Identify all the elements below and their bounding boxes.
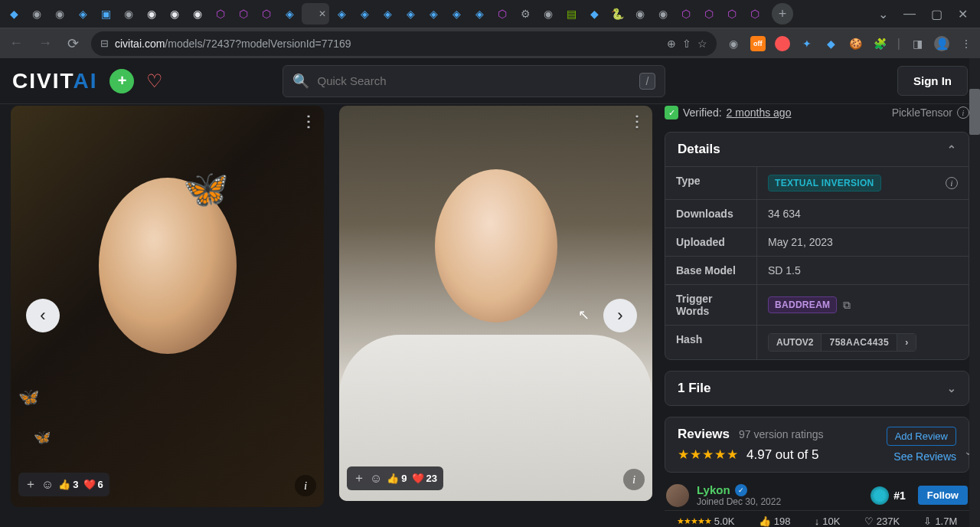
verified-time[interactable]: 2 months ago [727, 106, 792, 119]
tab[interactable]: ◆ [3, 3, 24, 25]
tab[interactable]: ⬡ [675, 3, 697, 25]
tab[interactable]: ◉ [652, 3, 674, 25]
extensions-menu-icon[interactable]: 🧩 [873, 36, 888, 51]
add-reaction-icon[interactable]: ＋ [24, 476, 37, 493]
files-header[interactable]: 1 File ⌄ [665, 372, 969, 405]
tab[interactable]: ◉ [118, 3, 139, 25]
tab[interactable]: ⚙ [514, 3, 536, 25]
share-icon[interactable]: ⇧ [682, 38, 691, 50]
create-button[interactable]: + [109, 69, 134, 93]
bookmark-icon[interactable]: ☆ [697, 38, 707, 50]
search-box[interactable]: 🔍 / [283, 65, 665, 97]
forward-button[interactable]: → [35, 32, 55, 54]
close-tab-icon[interactable]: ✕ [318, 8, 326, 19]
tab[interactable]: ▣ [95, 3, 116, 25]
ext-icon[interactable]: off [750, 36, 766, 51]
reactions-bar: ＋ ☺ 👍 9 ❤️ 23 [347, 466, 443, 490]
follow-button[interactable]: Follow [918, 486, 968, 505]
back-button[interactable]: ← [6, 32, 26, 54]
new-tab-button[interactable]: + [772, 3, 793, 25]
image-info-icon[interactable]: i [295, 475, 316, 496]
see-reviews-link[interactable]: See Reviews [893, 450, 956, 463]
ext-icon[interactable]: 🍪 [848, 36, 864, 51]
tab[interactable]: ⬡ [721, 3, 743, 25]
tab-active[interactable]: ✕ [302, 3, 329, 25]
chevron-down-icon[interactable]: ⌄ [964, 445, 969, 457]
maximize-icon[interactable]: ▢ [931, 7, 942, 21]
thumbs-reaction[interactable]: 👍 9 [387, 473, 407, 484]
author-name[interactable]: Lykon [697, 483, 730, 496]
add-reaction-icon[interactable]: ＋ [353, 470, 365, 486]
tab[interactable]: ⬡ [492, 3, 513, 25]
emoji-icon[interactable]: ☺ [370, 472, 382, 486]
scrollbar-thumb[interactable] [969, 89, 980, 135]
tab[interactable]: 🐍 [606, 3, 628, 25]
tab[interactable]: ◈ [469, 3, 490, 25]
tab[interactable]: ⬡ [256, 3, 277, 25]
profile-icon[interactable]: 👤 [934, 36, 949, 51]
ext-icon[interactable]: ◉ [726, 36, 741, 51]
thumbs-reaction[interactable]: 👍 3 [58, 479, 78, 490]
ext-icon[interactable]: ✦ [799, 36, 815, 51]
heart-reaction[interactable]: ❤️ 23 [412, 473, 437, 484]
tab[interactable]: ◈ [446, 3, 467, 25]
info-icon[interactable]: i [946, 177, 958, 189]
tab[interactable]: ◈ [331, 3, 352, 25]
trigger-badge[interactable]: BADDREAM [768, 296, 837, 313]
image-menu-icon[interactable]: ⋮ [301, 112, 316, 130]
minimize-icon[interactable]: — [903, 7, 916, 21]
add-review-button[interactable]: Add Review [887, 427, 956, 446]
tab[interactable]: ▤ [560, 3, 582, 25]
avatar[interactable] [666, 484, 689, 507]
tab[interactable]: ◆ [583, 3, 605, 25]
tab[interactable]: ◉ [187, 3, 208, 25]
gallery-image-card[interactable]: 🦋 🦋 🦋 ⋮ ＋ ☺ 👍 3 ❤️ 6 i [11, 106, 324, 507]
close-window-icon[interactable]: ✕ [958, 7, 968, 21]
tab[interactable]: ◈ [279, 3, 300, 25]
info-icon[interactable]: i [957, 106, 969, 119]
favorites-icon[interactable]: ♡ [146, 70, 163, 92]
scrollbar[interactable] [969, 58, 980, 527]
url-input[interactable]: ⊟ civitai.com/models/72437?modelVersionI… [91, 31, 717, 56]
tab[interactable]: ◈ [72, 3, 93, 25]
emoji-icon[interactable]: ☺ [41, 478, 54, 492]
tab[interactable]: ◈ [400, 3, 421, 25]
tab[interactable]: ◉ [164, 3, 185, 25]
image-menu-icon[interactable]: ⋮ [629, 112, 645, 130]
signin-button[interactable]: Sign In [897, 66, 968, 96]
reviews-title: Reviews [678, 427, 730, 442]
ext-icon[interactable] [775, 36, 790, 51]
tab[interactable]: ◉ [629, 3, 651, 25]
menu-icon[interactable]: ⋮ [959, 36, 974, 51]
tab[interactable]: ◈ [354, 3, 375, 25]
tab[interactable]: ◉ [26, 3, 47, 25]
stat-rating: ★★★★★ 5.0K [677, 516, 735, 527]
gallery-prev-button[interactable]: ‹ [26, 299, 60, 332]
heart-reaction[interactable]: ❤️ 6 [83, 479, 103, 490]
tab[interactable]: ⬡ [233, 3, 254, 25]
stat-downloads: ↓ 10K [815, 516, 841, 527]
tab[interactable]: ◈ [377, 3, 398, 25]
gallery-image-card[interactable]: ⋮ ↖ ＋ ☺ 👍 9 ❤️ 23 i [339, 106, 652, 501]
logo[interactable]: CIVITAI [12, 69, 97, 93]
gallery-next-button[interactable]: › [603, 299, 637, 332]
tab[interactable]: ⬡ [698, 3, 720, 25]
reload-button[interactable]: ⟳ [64, 32, 82, 55]
tab[interactable]: ◈ [423, 3, 444, 25]
tab[interactable]: ◉ [49, 3, 70, 25]
sidepanel-icon[interactable]: ◨ [910, 36, 925, 51]
ext-icon[interactable]: ◆ [824, 36, 839, 51]
site-info-icon[interactable]: ⊟ [100, 38, 109, 49]
copy-icon[interactable]: ⧉ [843, 299, 851, 312]
hash-value[interactable]: 758AAC4435 [822, 334, 897, 351]
details-header[interactable]: Details ⌃ [665, 133, 969, 166]
tabs-dropdown-icon[interactable]: ⌄ [878, 7, 888, 21]
tab[interactable]: ◉ [141, 3, 162, 25]
image-info-icon[interactable]: i [623, 469, 645, 490]
search-input[interactable] [317, 74, 631, 87]
install-app-icon[interactable]: ⊕ [667, 38, 676, 50]
tab[interactable]: ⬡ [210, 3, 231, 25]
tab[interactable]: ◉ [537, 3, 559, 25]
tab[interactable]: ⬡ [744, 3, 766, 25]
hash-expand-icon[interactable]: › [897, 334, 916, 351]
